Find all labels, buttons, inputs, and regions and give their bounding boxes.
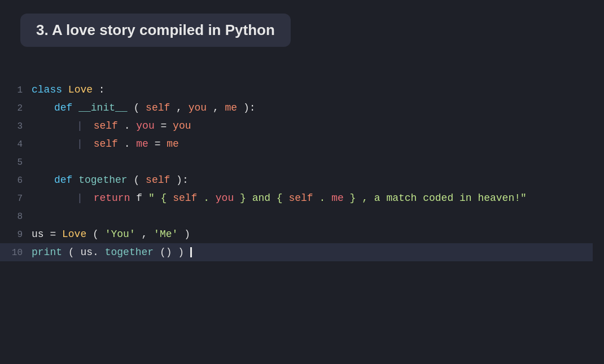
code-line-1: 1 class Love : (11, 81, 604, 99)
code-line-7: 7 | return f " { self . you } and { self… (11, 189, 604, 207)
line-content-6: def together ( self ): (32, 171, 604, 189)
code-line-8: 8 (11, 207, 604, 225)
line-number-2: 2 (11, 99, 32, 117)
title-badge: 3. A love story compiled in Python (20, 14, 291, 47)
line-number-3: 3 (11, 117, 32, 135)
cursor (190, 247, 192, 257)
line-content-5 (32, 153, 604, 171)
line-content-8 (32, 207, 604, 225)
line-content-9: us = Love ( 'You' , 'Me' ) (32, 225, 604, 243)
line-number-8: 8 (11, 208, 32, 226)
title-badge-container: 3. A love story compiled in Python (0, 0, 604, 47)
code-line-6: 6 def together ( self ): (11, 171, 604, 189)
code-line-2: 2 def __init__ ( self , you , me ): (11, 99, 604, 117)
line-content-10: print ( us. together () ) (32, 243, 581, 261)
line-number-5: 5 (11, 154, 32, 172)
line-content-3: | self . you = you (32, 117, 604, 135)
line-content-1: class Love : (32, 81, 604, 99)
line-number-4: 4 (11, 135, 32, 154)
code-block: 1 class Love : 2 def __init__ ( self , y… (0, 81, 604, 261)
line-number-6: 6 (11, 172, 32, 190)
code-line-9: 9 us = Love ( 'You' , 'Me' ) (11, 225, 604, 243)
line-number-9: 9 (11, 226, 32, 244)
line-number-10: 10 (11, 244, 32, 262)
line-content-4: | self . me = me (32, 135, 604, 153)
line-number-7: 7 (11, 190, 32, 208)
line-number-1: 1 (11, 81, 32, 99)
line-content-2: def __init__ ( self , you , me ): (32, 99, 604, 117)
code-line-3: 3 | self . you = you (11, 117, 604, 135)
line-content-7: | return f " { self . you } and { self .… (32, 189, 604, 207)
code-line-10: 10 print ( us. together () ) (0, 243, 593, 261)
code-line-5: 5 (11, 153, 604, 171)
code-line-4: 4 | self . me = me (11, 135, 604, 153)
